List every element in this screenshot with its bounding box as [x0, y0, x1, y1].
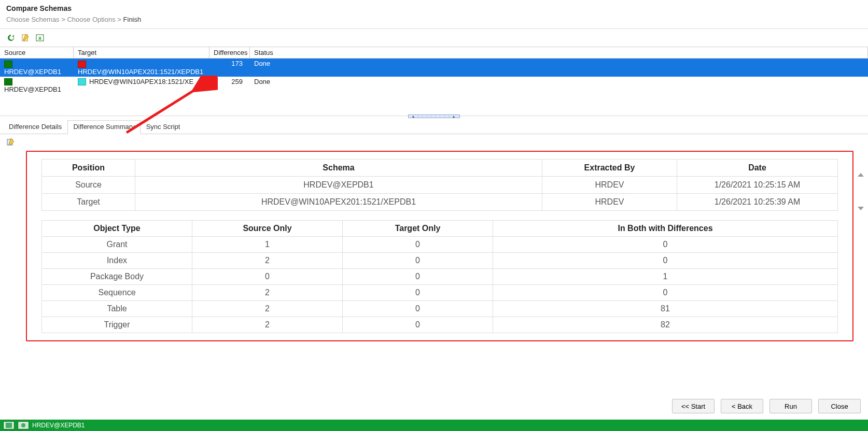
svg-rect-5 — [6, 423, 12, 428]
status-text: Done — [250, 77, 868, 95]
status-icon-1[interactable] — [3, 421, 15, 429]
cell-object-type: Trigger — [42, 317, 192, 333]
scroll-up-icon[interactable] — [858, 173, 864, 177]
th-position: Position — [42, 160, 135, 177]
cell-both-diff: 0 — [493, 253, 838, 269]
tab-sync-script[interactable]: Sync Script — [141, 120, 186, 134]
cell-extractedby: HRDEV — [542, 177, 677, 194]
vertical-scroll — [857, 173, 865, 210]
table-row: TargetHRDEV@WIN10APEX201:1521/XEPDB1HRDE… — [42, 194, 838, 211]
status-bar: HRDEV@XEPDB1 — [0, 420, 868, 431]
status-icon-2[interactable] — [18, 421, 29, 429]
cell-target-only: 0 — [343, 253, 493, 269]
target-color-swatch — [78, 61, 86, 68]
cell-both-diff: 1 — [493, 269, 838, 285]
toolbar: X — [0, 29, 868, 47]
cell-object-type: Index — [42, 253, 192, 269]
cell-schema: HRDEV@XEPDB1 — [135, 177, 542, 194]
wizard-buttons: << Start < Back Run Close — [672, 399, 861, 413]
source-name: HRDEV@XEPDB1 — [4, 85, 61, 93]
table-row: Index200 — [42, 253, 838, 269]
th-date: Date — [677, 160, 838, 177]
cell-position: Target — [42, 194, 135, 211]
cell-source-only: 2 — [192, 317, 343, 333]
cell-source-only: 2 — [192, 301, 343, 317]
table-row: Grant100 — [42, 237, 838, 253]
source-color-swatch — [4, 78, 12, 85]
th-target-only: Target Only — [343, 221, 493, 237]
page-title: Compare Schemas — [0, 0, 868, 15]
status-text: Done — [250, 59, 868, 77]
th-object-type: Object Type — [42, 221, 192, 237]
grid-header-source[interactable]: Source — [0, 47, 74, 58]
cell-object-type: Table — [42, 301, 192, 317]
target-color-swatch — [78, 78, 86, 85]
source-name: HRDEV@XEPDB1 — [4, 68, 61, 76]
cell-object-type: Grant — [42, 237, 192, 253]
grid-header-target[interactable]: Target — [74, 47, 209, 58]
table-row[interactable]: HRDEV@XEPDB1HRDEV@WIN10APEX201:1521/XEPD… — [0, 59, 868, 77]
object-diff-table: Object Type Source Only Target Only In B… — [41, 220, 838, 333]
table-row: SourceHRDEV@XEPDB1HRDEV1/26/2021 10:25:1… — [42, 177, 838, 194]
start-button[interactable]: << Start — [672, 399, 715, 413]
cell-target-only: 0 — [343, 285, 493, 301]
splitter-handle[interactable]: ▴ · · · · · · · · ▴ — [408, 114, 460, 118]
th-extractedby: Extracted By — [542, 160, 677, 177]
table-row: Sequence200 — [42, 285, 838, 301]
breadcrumb-step-2[interactable]: Choose Options — [67, 16, 115, 23]
edit-summary-icon[interactable] — [6, 137, 16, 147]
tab-difference-details[interactable]: Difference Details — [3, 120, 67, 134]
cell-schema: HRDEV@WIN10APEX201:1521/XEPDB1 — [135, 194, 542, 211]
refresh-icon[interactable] — [6, 33, 16, 42]
diff-count: 173 — [209, 59, 250, 77]
comparison-grid: Source Target Differences Status HRDEV@X… — [0, 47, 868, 114]
result-tabs: Difference Details Difference Summary Sy… — [0, 120, 868, 134]
target-name: HRDEV@WIN10APEX18:1521/XE — [89, 78, 193, 85]
cell-both-diff: 82 — [493, 317, 838, 333]
cell-both-diff: 0 — [493, 237, 838, 253]
cell-target-only: 0 — [343, 269, 493, 285]
svg-text:X: X — [38, 36, 41, 41]
source-color-swatch — [4, 61, 12, 68]
grid-header-diff[interactable]: Differences — [209, 47, 250, 58]
grid-header-status[interactable]: Status — [250, 47, 868, 58]
tab-difference-summary[interactable]: Difference Summary — [67, 120, 140, 134]
breadcrumb-step-current: Finish — [123, 16, 142, 23]
target-name: HRDEV@WIN10APEX201:1521/XEPDB1 — [78, 68, 203, 76]
cell-target-only: 0 — [343, 301, 493, 317]
table-row: Package Body001 — [42, 269, 838, 285]
table-row[interactable]: HRDEV@XEPDB1HRDEV@WIN10APEX18:1521/XE259… — [0, 77, 868, 95]
diff-count: 259 — [209, 77, 250, 95]
cell-source-only: 0 — [192, 269, 343, 285]
th-source-only: Source Only — [192, 221, 343, 237]
horizontal-splitter: ▴ · · · · · · · · ▴ — [0, 116, 868, 119]
cell-object-type: Package Body — [42, 269, 192, 285]
table-row: Trigger2082 — [42, 317, 838, 333]
breadcrumb: Choose Schemas > Choose Options > Finish — [0, 15, 868, 28]
cell-target-only: 0 — [343, 317, 493, 333]
th-both-diff: In Both with Differences — [493, 221, 838, 237]
close-button[interactable]: Close — [818, 399, 861, 413]
cell-date: 1/26/2021 10:25:15 AM — [677, 177, 838, 194]
cell-source-only: 1 — [192, 237, 343, 253]
cell-both-diff: 81 — [493, 301, 838, 317]
cell-extractedby: HRDEV — [542, 194, 677, 211]
export-excel-icon[interactable]: X — [35, 33, 45, 42]
scroll-down-icon[interactable] — [858, 207, 864, 210]
edit-script-icon[interactable] — [21, 33, 30, 42]
table-row: Table2081 — [42, 301, 838, 317]
svg-point-6 — [21, 423, 25, 427]
cell-both-diff: 0 — [493, 285, 838, 301]
summary-highlight-box: Position Schema Extracted By Date Source… — [26, 151, 853, 341]
cell-target-only: 0 — [343, 237, 493, 253]
status-connection: HRDEV@XEPDB1 — [32, 422, 85, 429]
back-button[interactable]: < Back — [721, 399, 763, 413]
th-schema: Schema — [135, 160, 542, 177]
cell-source-only: 2 — [192, 285, 343, 301]
cell-source-only: 2 — [192, 253, 343, 269]
schema-info-table: Position Schema Extracted By Date Source… — [41, 159, 838, 211]
run-button[interactable]: Run — [769, 399, 812, 413]
cell-object-type: Sequence — [42, 285, 192, 301]
cell-position: Source — [42, 177, 135, 194]
breadcrumb-step-1[interactable]: Choose Schemas — [6, 16, 60, 23]
